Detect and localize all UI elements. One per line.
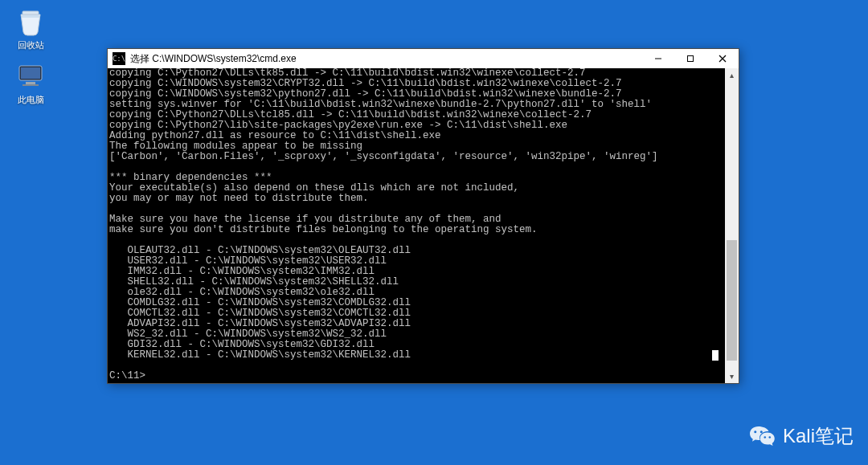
close-button[interactable] <box>706 49 739 68</box>
svg-rect-0 <box>23 11 39 14</box>
desktop-icon-this-pc[interactable]: 此电脑 <box>5 59 56 106</box>
desktop-icon-label: 此电脑 <box>5 94 56 106</box>
window-title: 选择 C:\WINDOWS\system32\cmd.exe <box>130 52 642 66</box>
scroll-thumb[interactable] <box>727 240 737 361</box>
this-pc-icon <box>14 59 47 92</box>
watermark: Kali笔记 <box>747 422 854 451</box>
desktop-icon-label: 回收站 <box>5 39 56 51</box>
svg-point-9 <box>754 430 756 433</box>
maximize-icon <box>686 55 694 63</box>
svg-point-10 <box>760 430 763 433</box>
svg-point-12 <box>768 436 771 438</box>
recycle-bin-icon <box>14 5 47 37</box>
wechat-icon <box>747 422 776 451</box>
scroll-track[interactable] <box>725 82 739 369</box>
selection-cursor <box>712 350 719 361</box>
svg-rect-6 <box>688 56 694 62</box>
minimize-button[interactable] <box>642 49 674 68</box>
close-icon <box>719 55 727 63</box>
terminal-output[interactable]: copying C:\Python27\DLLs\tk85.dll -> C:\… <box>108 68 725 383</box>
titlebar[interactable]: C:\ 选择 C:\WINDOWS\system32\cmd.exe <box>108 49 739 68</box>
desktop-icon-recycle-bin[interactable]: 回收站 <box>5 5 56 51</box>
maximize-button[interactable] <box>674 49 706 68</box>
vertical-scrollbar[interactable]: ▴ ▾ <box>725 68 739 383</box>
cmd-window: C:\ 选择 C:\WINDOWS\system32\cmd.exe copyi… <box>107 48 739 384</box>
svg-rect-2 <box>21 67 40 79</box>
scroll-up-button[interactable]: ▴ <box>725 68 739 82</box>
terminal-wrap: copying C:\Python27\DLLs\tk85.dll -> C:\… <box>108 68 739 383</box>
watermark-text: Kali笔记 <box>783 423 854 449</box>
svg-rect-4 <box>23 84 39 86</box>
svg-rect-3 <box>26 82 35 84</box>
scroll-down-button[interactable]: ▾ <box>725 369 739 383</box>
cmd-icon: C:\ <box>113 52 125 65</box>
svg-point-11 <box>764 436 766 438</box>
minimize-icon <box>654 55 662 63</box>
